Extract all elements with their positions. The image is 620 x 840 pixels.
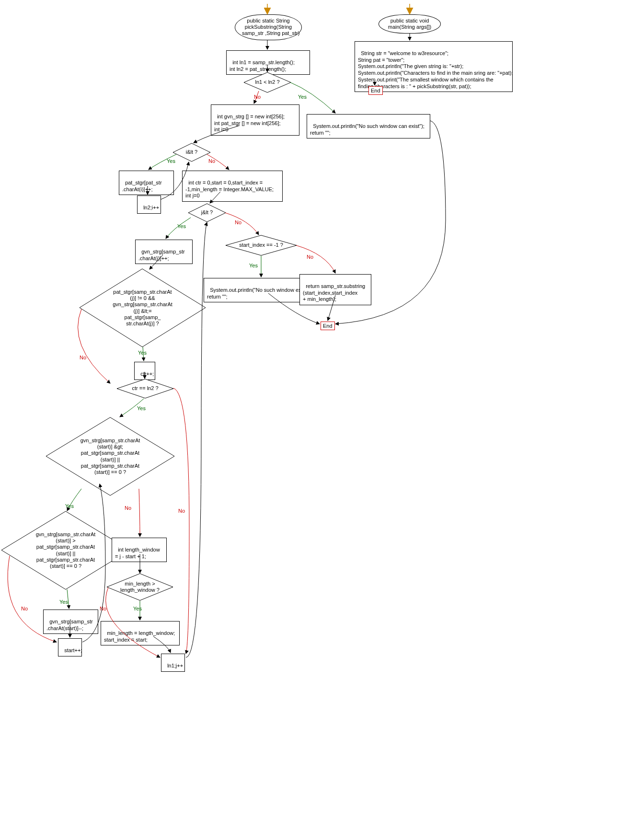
edge-d5-yes: Yes <box>138 350 147 356</box>
edge-d6-yes: Yes <box>137 405 146 411</box>
process-p4-text: pat_stgr[pat_str .charAt(i)]++; <box>122 180 162 192</box>
decision-d9: min_length > length_window ? <box>106 573 173 601</box>
process-p9-text: return samp_str.substring (start_index,s… <box>303 283 365 302</box>
decision-d9-label: min_length > length_window ? <box>106 573 173 601</box>
decision-d7-label: gvn_strg[samp_str.charAt (start)] &gt; p… <box>46 417 175 496</box>
process-p4: pat_stgr[pat_str .charAt(i)]++; <box>119 171 174 195</box>
process-p12-text: start++; <box>64 647 82 653</box>
edge-d7-no: No <box>125 505 131 511</box>
decision-d6-label: ctr == ln2 ? <box>116 379 174 399</box>
edge-d8-no: No <box>21 606 28 611</box>
process-p9: return samp_str.substring (start_index,s… <box>299 274 371 305</box>
process-p15: ln1;j++ <box>161 654 185 672</box>
process-p5: ln2;i++ <box>137 196 161 214</box>
end-node-pickSubstring: End <box>321 322 335 330</box>
decision-d3-label: j&lt ? <box>188 203 226 222</box>
process-p11-text: gvn_strg[samp_str .charAt(start)]--; <box>46 619 93 631</box>
process-p6: int ctr = 0,start = 0,start_index = -1,m… <box>182 171 283 202</box>
edge-d1-no: No <box>254 94 261 100</box>
edge-d3-yes: Yes <box>177 223 186 229</box>
decision-d3: j&lt ? <box>188 203 226 222</box>
process-main-body: String str = "welcome to w3resource"; St… <box>355 41 513 92</box>
end-node-main-label: End <box>371 88 380 93</box>
edge-d8-yes: Yes <box>59 599 68 605</box>
decision-d1: ln1 < ln2 ? <box>243 72 291 93</box>
process-p5-text: ln2;i++ <box>143 205 159 210</box>
decision-d6: ctr == ln2 ? <box>116 379 174 399</box>
process-p15-text: ln1;j++ <box>167 663 183 668</box>
decision-d5-label: pat_stgr[samp_str.charAt (j)] != 0 && gv… <box>79 268 206 347</box>
process-p12: start++; <box>58 638 82 656</box>
process-p2-text: int gvn_strg [] = new int[256]; int pat_… <box>214 114 285 133</box>
edge-d5-no: No <box>80 355 86 360</box>
process-p1-text: int ln1 = samp_str.length(); int ln2 = p… <box>230 59 295 72</box>
end-node-pickSubstring-label: End <box>323 323 333 329</box>
terminator-main-label: public static void main(String args[]) <box>388 18 431 30</box>
process-p1: int ln1 = samp_str.length(); int ln2 = p… <box>226 50 310 75</box>
end-node-main: End <box>368 86 383 95</box>
process-p14-text: min_length = length_window; start_index … <box>104 630 175 643</box>
decision-d7: gvn_strg[samp_str.charAt (start)] &gt; p… <box>46 417 175 496</box>
process-p3: System.out.println("No such window can e… <box>307 114 430 138</box>
process-p10-text: ctr++; <box>140 371 154 377</box>
edge-d3-no: No <box>235 219 241 225</box>
process-p6-text: int ctr = 0,start = 0,start_index = -1,m… <box>185 180 274 199</box>
process-p14: min_length = length_window; start_index … <box>101 621 180 645</box>
process-p7: gvn_strg[samp_str .charAt(j)]++; <box>135 240 193 264</box>
terminator-pickSubstring-label: public static String pickSubstring(Strin… <box>242 18 299 36</box>
decision-d5: pat_stgr[samp_str.charAt (j)] != 0 && gv… <box>79 268 206 347</box>
edge-d9-no: No <box>100 606 106 611</box>
process-p11: gvn_strg[samp_str .charAt(start)]--; <box>43 610 98 634</box>
process-p3-text: System.out.println("No such window can e… <box>310 123 425 136</box>
edge-d7-yes: Yes <box>65 503 74 509</box>
decision-d2: i&lt ? <box>172 143 211 162</box>
decision-d1-label: ln1 < ln2 ? <box>243 72 291 93</box>
edge-d1-yes: Yes <box>298 94 307 100</box>
decision-d4-label: start_index == -1 ? <box>225 235 297 256</box>
edge-d9-yes: Yes <box>133 606 142 611</box>
edge-d6-no: No <box>178 508 185 514</box>
edge-d4-yes: Yes <box>249 263 258 268</box>
process-p8-text: System.out.println("No such window exist… <box>207 287 314 299</box>
terminator-main: public static void main(String args[]) <box>379 14 441 34</box>
process-p2: int gvn_strg [] = new int[256]; int pat_… <box>211 104 299 136</box>
decision-d2-label: i&lt ? <box>172 143 211 162</box>
process-p7-text: gvn_strg[samp_str .charAt(j)]++; <box>138 249 185 261</box>
process-p10: ctr++; <box>134 362 155 380</box>
terminator-pickSubstring: public static String pickSubstring(Strin… <box>235 14 302 40</box>
edge-d4-no: No <box>307 254 313 260</box>
process-main-body-text: String str = "welcome to w3resource"; St… <box>358 50 513 89</box>
decision-d4: start_index == -1 ? <box>225 235 297 256</box>
